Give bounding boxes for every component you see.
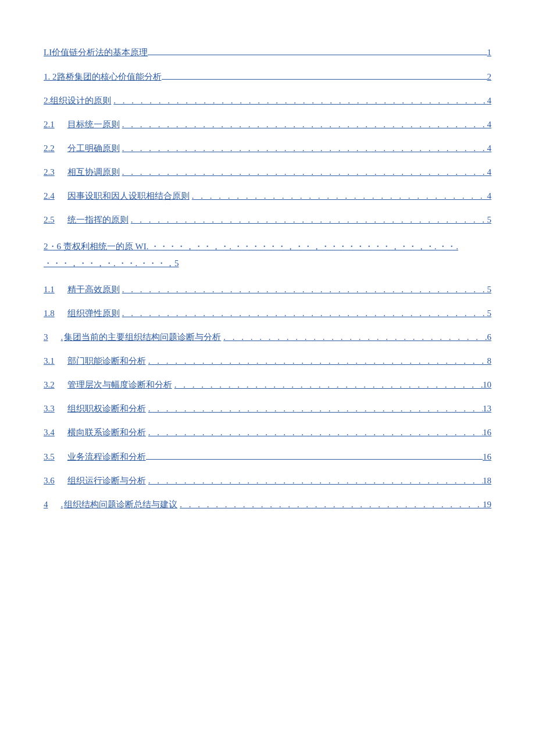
toc-title: 路桥集团的核心价值能分析 <box>57 71 162 83</box>
toc-leader: . . . . . . . . . . . . . . . . . . . . … <box>172 380 483 390</box>
toc-title: 组织设计的原则 <box>50 95 111 106</box>
toc-number: 1. 2 <box>44 72 57 82</box>
toc-page-number: 4 <box>487 167 492 177</box>
toc-number: 2.3 <box>44 167 55 177</box>
toc-page-number: 2 <box>487 72 492 82</box>
toc-title: 组织弹性原则 <box>67 308 120 319</box>
toc-leader: . . . . . . . . . . . . . . . . . . . . … <box>146 356 487 366</box>
toc-entry[interactable]: 2.3相互协调原则. . . . . . . . . . . . . . . .… <box>44 167 491 178</box>
toc-page-number: 1 <box>487 48 492 58</box>
toc-leader: . . . . . . . . . . . . . . . . . . . . … <box>111 96 487 106</box>
toc-number: 2.1 <box>44 120 55 130</box>
toc-page-number: 16 <box>483 452 491 462</box>
toc-page-number: 6 <box>487 332 492 342</box>
toc-number: 3.1 <box>44 356 55 366</box>
toc-leader <box>148 46 487 55</box>
toc-number: 3.4 <box>44 428 55 438</box>
toc-leader: . . . . . . . . . . . . . . . . . . . . … <box>146 476 483 486</box>
toc-title: 部门职能诊断和分析 <box>67 356 146 367</box>
toc-page-number: 5 <box>487 285 492 295</box>
toc-title: 分工明确原则 <box>67 143 120 154</box>
toc-entry[interactable]: 3.集团当前的主要组织结构问题诊断与分析. . . . . . . . . . … <box>44 332 491 343</box>
toc-page-number: 10 <box>483 380 491 390</box>
toc-entry[interactable]: 1. 2 路桥集团的核心价值能分析2 <box>44 71 491 83</box>
toc-leader: . . . . . . . . . . . . . . . . . . . . … <box>221 332 487 342</box>
toc-title: 统一指挥的原则 <box>67 214 129 225</box>
toc-prefix-dot: . <box>61 332 63 342</box>
toc-entry[interactable]: 3.4横向联系诊断和分析. . . . . . . . . . . . . . … <box>44 427 491 438</box>
toc-entry[interactable]: 3.6组织运行诊断与分析. . . . . . . . . . . . . . … <box>44 475 491 486</box>
toc-entry[interactable]: 3.3组织职权诊断和分析. . . . . . . . . . . . . . … <box>44 403 491 414</box>
toc-number: 1.1 <box>44 285 55 295</box>
toc-number: 2.5 <box>44 215 55 225</box>
toc-title: 管理层次与幅度诊断和分析 <box>67 379 172 390</box>
toc-leader: . . . . . . . . . . . . . . . . . . . . … <box>146 404 483 414</box>
toc-entry[interactable]: 1.1精干高效原则. . . . . . . . . . . . . . . .… <box>44 284 491 295</box>
toc-page-number: 19 <box>483 500 491 510</box>
toc-title: 价值链分析法的基本原理 <box>52 47 148 58</box>
toc-entry[interactable]: 2.2分工明确原则. . . . . . . . . . . . . . . .… <box>44 143 491 154</box>
toc-entry[interactable]: 2.1目标统一原则. . . . . . . . . . . . . . . .… <box>44 119 491 130</box>
toc-page-number: 5 <box>487 309 492 318</box>
toc-number: 3.5 <box>44 452 55 462</box>
toc-page-number: 8 <box>487 356 492 366</box>
toc-entry[interactable]: 2. 组织设计的原则. . . . . . . . . . . . . . . … <box>44 95 491 106</box>
toc-leader: . . . . . . . . . . . . . . . . . . . . … <box>146 428 483 438</box>
toc-number: 3.6 <box>44 476 55 486</box>
toc-title: 组织结构问题诊断总结与建议 <box>64 499 177 510</box>
toc-entry[interactable]: 4.组织结构问题诊断总结与建议. . . . . . . . . . . . .… <box>44 499 491 510</box>
toc-entry[interactable]: LI 价值链分析法的基本原理1 <box>44 46 491 58</box>
toc-title: 业务流程诊断和分析 <box>67 452 146 463</box>
toc-title: 组织运行诊断与分析 <box>67 475 146 486</box>
toc-number: 2. <box>44 96 50 106</box>
toc-entry[interactable]: 3.1部门职能诊断和分析. . . . . . . . . . . . . . … <box>44 356 491 367</box>
toc-title: 组织职权诊断和分析 <box>67 403 146 414</box>
toc-page-number: 5 <box>487 215 492 225</box>
toc-entry[interactable]: 2・6 责权利相统一的原 WI. ・・・・，・・，・. ・・・・・・，・・，・・… <box>44 238 491 271</box>
toc-number: 2.2 <box>44 144 55 153</box>
toc-leader: . . . . . . . . . . . . . . . . . . . . … <box>129 215 487 225</box>
toc-entry[interactable]: 3.5业务流程诊断和分析16 <box>44 451 491 463</box>
toc-number: 3.2 <box>44 380 55 390</box>
toc-page-number: 4 <box>487 120 492 130</box>
toc-title: 横向联系诊断和分析 <box>67 427 146 438</box>
toc-title: 集团当前的主要组织结构问题诊断与分析 <box>64 332 221 343</box>
toc-number: LI <box>44 48 52 58</box>
toc-number: 3.3 <box>44 404 55 414</box>
toc-title: 目标统一原则 <box>67 119 120 130</box>
toc-leader: . . . . . . . . . . . . . . . . . . . . … <box>120 309 487 318</box>
toc-title: 因事设职和因人设职相结合原则 <box>67 191 190 202</box>
toc-title: 相互协调原则 <box>67 167 120 178</box>
toc-page-number: 18 <box>483 476 491 486</box>
toc-entry[interactable]: 2.4因事设职和因人设职相结合原则. . . . . . . . . . . .… <box>44 191 491 202</box>
toc-entry[interactable]: 3.2管理层次与幅度诊断和分析. . . . . . . . . . . . .… <box>44 379 491 390</box>
toc-title: 精干高效原则 <box>67 284 120 295</box>
toc-page-number: 13 <box>483 404 491 414</box>
toc-entry[interactable]: 2.5统一指挥的原则. . . . . . . . . . . . . . . … <box>44 214 491 225</box>
toc-leader: . . . . . . . . . . . . . . . . . . . . … <box>177 500 483 510</box>
toc-leader <box>162 71 487 80</box>
toc-leader: . . . . . . . . . . . . . . . . . . . . … <box>120 285 487 295</box>
toc-leader: . . . . . . . . . . . . . . . . . . . . … <box>190 191 487 201</box>
toc-page-number: 16 <box>483 428 491 438</box>
toc-number: 4 <box>44 500 48 510</box>
toc-leader: . . . . . . . . . . . . . . . . . . . . … <box>120 144 487 153</box>
toc-leader: . . . . . . . . . . . . . . . . . . . . … <box>120 120 487 130</box>
toc-page-number: 4 <box>487 144 492 153</box>
toc-leader: . . . . . . . . . . . . . . . . . . . . … <box>120 167 487 177</box>
toc-entry[interactable]: 1.8组织弹性原则. . . . . . . . . . . . . . . .… <box>44 308 491 319</box>
toc-number: 3 <box>44 332 48 342</box>
toc-number: 2.4 <box>44 191 55 201</box>
toc-number: 1.8 <box>44 309 55 318</box>
toc-leader <box>146 451 483 460</box>
toc-page-number: 4 <box>487 191 492 201</box>
toc-prefix-dot: . <box>61 500 63 510</box>
table-of-contents: LI 价值链分析法的基本原理11. 2 路桥集团的核心价值能分析22. 组织设计… <box>44 46 491 510</box>
toc-page-number: 4 <box>487 96 492 106</box>
